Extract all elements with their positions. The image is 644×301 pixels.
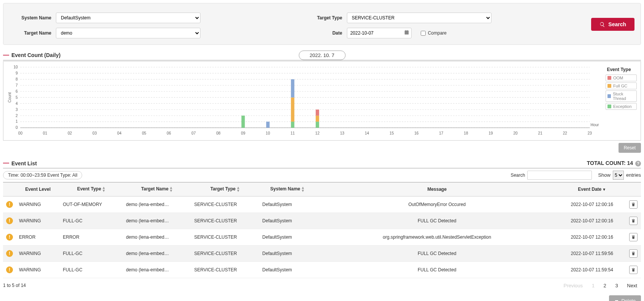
legend-fullgc[interactable]: Full GC xyxy=(606,82,637,89)
row-delete-button[interactable] xyxy=(629,217,638,225)
row-delete-button[interactable] xyxy=(629,249,638,258)
cell-type: FULL-GC xyxy=(60,245,123,261)
svg-rect-40 xyxy=(291,79,294,98)
col-system-name[interactable]: System Name▲▼ xyxy=(259,182,316,196)
cell-system-name: DefaultSystem xyxy=(259,196,316,212)
svg-text:13: 13 xyxy=(340,131,345,135)
col-target-name[interactable]: Target Name▲▼ xyxy=(123,182,191,196)
sort-icon: ▲▼ xyxy=(236,186,240,192)
svg-text:2: 2 xyxy=(16,114,18,118)
pager-info: 1 to 5 of 14 xyxy=(3,283,26,288)
collapse-icon[interactable]: — xyxy=(3,160,9,166)
delete-button-label: Delete xyxy=(621,298,636,301)
svg-text:3: 3 xyxy=(16,108,18,112)
col-level[interactable]: Event Level xyxy=(16,182,60,196)
target-type-label: Target Type xyxy=(301,15,342,21)
svg-rect-44 xyxy=(316,109,319,116)
event-list-header: — Event List TOTAL COUNT: 14 ? xyxy=(3,160,641,166)
svg-text:19: 19 xyxy=(488,131,493,135)
table-search-label: Search xyxy=(510,173,525,178)
col-message[interactable]: Message xyxy=(316,182,558,196)
sort-desc-icon: ▼ xyxy=(602,187,606,192)
pager-row: 1 to 5 of 14 Previous 1 2 3 Next xyxy=(3,283,641,288)
svg-text:06: 06 xyxy=(167,131,171,135)
cell-date: 2022-10-07 12:00:16 xyxy=(558,229,626,245)
level-icon: ! xyxy=(6,266,13,273)
table-row: !WARNINGFULL-GCdemo (lena-embed…SERVICE-… xyxy=(3,212,641,229)
svg-text:5: 5 xyxy=(16,95,18,100)
svg-text:04: 04 xyxy=(117,131,122,135)
svg-text:02: 02 xyxy=(68,131,72,135)
cell-date: 2022-10-07 11:59:54 xyxy=(558,261,626,278)
minus-icon xyxy=(614,298,619,301)
total-count: TOTAL COUNT: 14 ? xyxy=(587,160,641,166)
cell-target-name: demo (lena-embed… xyxy=(123,245,191,261)
legend-exception[interactable]: Exception xyxy=(606,103,637,110)
cell-date: 2022-10-07 12:00:16 xyxy=(558,196,626,212)
target-name-select[interactable]: demo xyxy=(56,28,200,38)
pager-page-2[interactable]: 2 xyxy=(604,283,606,288)
pager-page-3[interactable]: 3 xyxy=(615,283,618,288)
svg-rect-42 xyxy=(316,122,319,128)
row-delete-button[interactable] xyxy=(629,266,638,274)
row-delete-button[interactable] xyxy=(629,200,638,209)
cell-target-name: demo (lena-embed… xyxy=(123,212,191,229)
table-row: !WARNINGFULL-GCdemo (lena-embed…SERVICE-… xyxy=(3,261,641,278)
compare-checkbox[interactable] xyxy=(421,31,426,36)
system-name-select[interactable]: DefaultSystem xyxy=(56,13,200,23)
cell-target-type: SERVICE-CLUSTER xyxy=(191,196,259,212)
filter-grid: System Name DefaultSystem Target Type SE… xyxy=(10,13,582,38)
svg-text:9: 9 xyxy=(16,71,18,75)
date-input-wrap xyxy=(347,28,412,38)
svg-rect-39 xyxy=(291,97,294,122)
svg-text:7: 7 xyxy=(16,83,18,87)
delete-button[interactable]: Delete xyxy=(609,295,641,301)
svg-text:01: 01 xyxy=(43,131,48,135)
col-type[interactable]: Event Type▲▼ xyxy=(60,182,123,196)
calendar-icon[interactable] xyxy=(404,30,409,36)
cell-message: FULL GC Detected xyxy=(316,261,558,278)
table-head: Event Level Event Type▲▼ Target Name▲▼ T… xyxy=(3,182,641,196)
show-select[interactable]: 5 xyxy=(613,171,624,180)
cell-level: WARNING xyxy=(16,196,60,212)
svg-text:16: 16 xyxy=(414,131,419,135)
date-label: Date xyxy=(301,30,342,36)
reset-button[interactable]: Reset xyxy=(619,143,641,153)
col-date[interactable]: Event Date▼ xyxy=(558,182,626,196)
cell-type: ERROR xyxy=(60,229,123,245)
svg-text:11: 11 xyxy=(291,131,295,135)
cell-system-name: DefaultSystem xyxy=(259,212,316,229)
svg-text:08: 08 xyxy=(216,131,221,135)
table-row: !WARNINGOUT-OF-MEMORYdemo (lena-embed…SE… xyxy=(3,196,641,212)
svg-text:10: 10 xyxy=(266,131,270,135)
target-type-select[interactable]: SERVICE-CLUSTER xyxy=(347,13,491,23)
event-list-title: Event List xyxy=(11,160,37,166)
search-icon xyxy=(599,22,605,27)
pager-next[interactable]: Next xyxy=(627,283,637,288)
entries-label: entries xyxy=(626,172,641,178)
date-input[interactable] xyxy=(347,28,412,38)
cell-date: 2022-10-07 11:59:56 xyxy=(558,245,626,261)
search-button[interactable]: Search xyxy=(591,18,634,31)
search-button-label: Search xyxy=(608,21,626,27)
svg-text:8: 8 xyxy=(16,77,18,81)
svg-text:09: 09 xyxy=(241,131,246,135)
event-count-chart: 012345678910Count00010203040506070809101… xyxy=(5,65,603,137)
cell-level: ERROR xyxy=(16,229,60,245)
swatch-exception xyxy=(607,105,611,108)
help-icon[interactable]: ? xyxy=(635,161,641,166)
cell-level: WARNING xyxy=(16,245,60,261)
svg-text:20: 20 xyxy=(513,131,518,135)
svg-text:21: 21 xyxy=(538,131,543,135)
row-delete-button[interactable] xyxy=(629,233,638,241)
cell-target-name: demo (lena-embed… xyxy=(123,261,191,278)
swatch-stuck xyxy=(607,94,611,98)
pager-page-1: 1 xyxy=(592,283,595,288)
legend-stuck[interactable]: Stuck Thread xyxy=(606,90,637,102)
collapse-icon[interactable]: — xyxy=(3,52,9,59)
cell-message: FULL GC Detected xyxy=(316,245,558,261)
sort-icon: ▲▼ xyxy=(102,186,106,192)
legend-oom[interactable]: OOM xyxy=(606,74,637,81)
table-search-input[interactable] xyxy=(527,171,592,180)
col-target-type[interactable]: Target Type▲▼ xyxy=(191,182,259,196)
